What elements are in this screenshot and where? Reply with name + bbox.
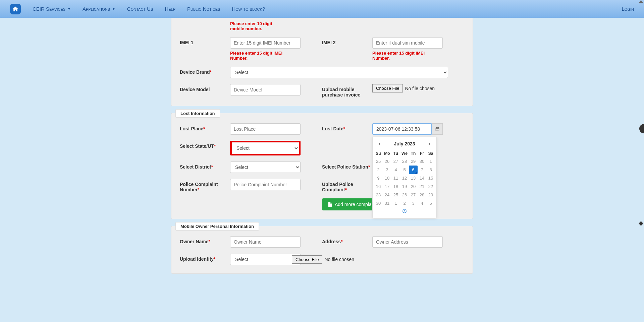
identity-select[interactable]: Select xyxy=(230,254,301,265)
scroll-up-icon[interactable] xyxy=(639,0,643,3)
dp-prev[interactable]: ‹ xyxy=(377,140,382,147)
dp-day-cell[interactable]: 7 xyxy=(418,166,426,174)
dp-day-cell[interactable]: 28 xyxy=(418,191,426,199)
dp-day-cell[interactable]: 6 xyxy=(409,166,418,174)
dp-day-cell[interactable]: 11 xyxy=(391,174,400,182)
scroll-handle[interactable] xyxy=(639,124,644,133)
dp-day-cell[interactable]: 2 xyxy=(400,199,409,207)
lost-date-label: Lost Date* xyxy=(322,123,372,131)
dp-next[interactable]: › xyxy=(427,140,432,147)
dp-day-cell[interactable]: 20 xyxy=(409,182,418,191)
dp-day-cell[interactable]: 1 xyxy=(391,199,400,207)
identity-choose-button[interactable]: Choose File xyxy=(292,255,322,264)
calendar-button[interactable] xyxy=(432,123,443,135)
dp-day-cell[interactable]: 10 xyxy=(383,174,391,182)
nav-label: Applications xyxy=(83,6,110,12)
nav-label: Public Notices xyxy=(187,6,220,12)
complaint-no-label: Police Complaint Number* xyxy=(180,179,230,192)
device-section: Please enter 10 digit mobile number. IME… xyxy=(171,18,473,106)
dp-dow-cell: Sa xyxy=(426,150,435,157)
clock-icon xyxy=(402,209,407,213)
dp-day-cell[interactable]: 12 xyxy=(400,174,409,182)
calendar-icon xyxy=(435,127,440,131)
dp-clock-button[interactable] xyxy=(374,207,435,216)
dp-day-cell[interactable]: 5 xyxy=(400,166,409,174)
navbar: CEIR Services ▼ Applications ▼ Contact U… xyxy=(0,0,644,18)
nav-contact-us[interactable]: Contact Us xyxy=(127,6,153,12)
dp-day-cell[interactable]: 29 xyxy=(426,191,435,199)
home-button[interactable] xyxy=(10,4,21,14)
lost-place-input[interactable] xyxy=(230,123,301,135)
dp-day-cell[interactable]: 21 xyxy=(418,182,426,191)
dp-dow-cell: We xyxy=(400,150,409,157)
dp-title[interactable]: July 2023 xyxy=(394,141,415,146)
dp-day-cell[interactable]: 3 xyxy=(383,166,391,174)
invoice-label: Upload mobile purchase invoice xyxy=(322,84,372,98)
imei2-error: Please enter 15 digit IMEI Number. xyxy=(372,51,443,61)
invoice-choose-button[interactable]: Choose File xyxy=(372,84,403,92)
chevron-down-icon: ▼ xyxy=(67,7,71,11)
dp-day-cell[interactable]: 19 xyxy=(400,182,409,191)
complaint-no-input[interactable] xyxy=(230,179,301,190)
dp-day-cell[interactable]: 2 xyxy=(374,166,383,174)
identity-label: Upload Identity* xyxy=(180,254,230,262)
dp-day-cell[interactable]: 27 xyxy=(391,157,400,166)
nav-label: CEIR Services xyxy=(33,6,65,12)
dp-day-cell[interactable]: 30 xyxy=(374,199,383,207)
nav-help[interactable]: Help xyxy=(165,6,175,12)
scrollbar[interactable] xyxy=(639,0,643,322)
scroll-marker[interactable] xyxy=(639,221,643,226)
dp-day-cell[interactable]: 22 xyxy=(426,182,435,191)
dp-day-cell[interactable]: 23 xyxy=(374,191,383,199)
dp-day-cell[interactable]: 18 xyxy=(391,182,400,191)
form-container: Please enter 10 digit mobile number. IME… xyxy=(171,18,473,322)
dp-day-cell[interactable]: 1 xyxy=(426,157,435,166)
dp-day-cell[interactable]: 8 xyxy=(426,166,435,174)
lost-legend: Lost Information xyxy=(175,109,220,118)
address-input[interactable] xyxy=(372,236,443,248)
dp-day-cell[interactable]: 31 xyxy=(383,199,391,207)
state-label: Select State/UT* xyxy=(180,141,230,149)
dp-day-cell[interactable]: 9 xyxy=(374,174,383,182)
dp-day-cell[interactable]: 30 xyxy=(418,157,426,166)
file-icon xyxy=(328,202,332,207)
nav-label: Help xyxy=(165,6,175,12)
nav-how-to-block[interactable]: How to block? xyxy=(232,6,265,12)
owner-name-input[interactable] xyxy=(230,236,301,248)
nav-label: How to block? xyxy=(232,6,265,12)
state-select[interactable]: Select xyxy=(230,141,301,155)
login-link[interactable]: Login xyxy=(622,6,634,12)
dp-day-cell[interactable]: 24 xyxy=(383,191,391,199)
district-select[interactable]: Select xyxy=(230,162,301,173)
dp-day-cell[interactable]: 26 xyxy=(383,157,391,166)
dp-day-cell[interactable]: 5 xyxy=(426,199,435,207)
dp-day-cell[interactable]: 28 xyxy=(400,157,409,166)
model-input[interactable] xyxy=(230,84,301,95)
dp-dow-cell: Fr xyxy=(418,150,426,157)
dp-day-cell[interactable]: 25 xyxy=(374,157,383,166)
dp-day-cell[interactable]: 4 xyxy=(418,199,426,207)
brand-label: Device Brand* xyxy=(180,67,230,75)
dp-day-cell[interactable]: 17 xyxy=(383,182,391,191)
dp-day-cell[interactable]: 25 xyxy=(391,191,400,199)
dp-day-cell[interactable]: 14 xyxy=(418,174,426,182)
dp-day-cell[interactable]: 26 xyxy=(400,191,409,199)
imei2-input[interactable] xyxy=(372,37,443,49)
imei1-input[interactable] xyxy=(230,37,301,49)
dp-dow-row: SuMoTuWeThFrSa xyxy=(374,150,435,157)
owner-section: Mobile Owner Personal Information Owner … xyxy=(171,226,473,274)
nav-public-notices[interactable]: Public Notices xyxy=(187,6,220,12)
dp-day-cell[interactable]: 15 xyxy=(426,174,435,182)
nav-ceir-services[interactable]: CEIR Services ▼ xyxy=(33,6,71,12)
dp-day-cell[interactable]: 13 xyxy=(409,174,418,182)
nav-applications[interactable]: Applications ▼ xyxy=(83,6,115,12)
imei1-label: IMEI 1 xyxy=(180,37,230,45)
dp-day-cell[interactable]: 3 xyxy=(409,199,418,207)
dp-day-cell[interactable]: 4 xyxy=(391,166,400,174)
lost-date-input[interactable] xyxy=(372,123,432,135)
dp-day-cell[interactable]: 27 xyxy=(409,191,418,199)
brand-select[interactable]: Select xyxy=(230,67,448,78)
dp-day-cell[interactable]: 29 xyxy=(409,157,418,166)
dp-day-cell[interactable]: 16 xyxy=(374,182,383,191)
datepicker: ‹ July 2023 › SuMoTuWeThFrSa 25262728293… xyxy=(372,137,437,218)
